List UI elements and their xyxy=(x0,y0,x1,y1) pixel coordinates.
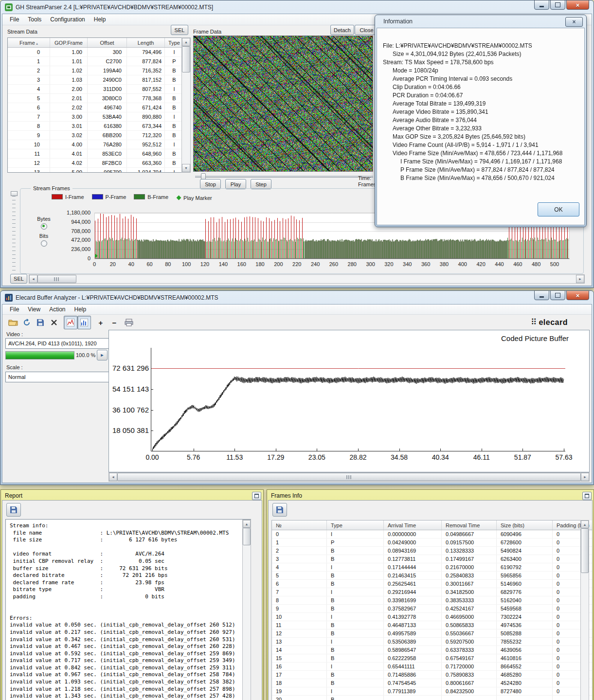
stream-data-row[interactable]: 21.02199A40716,352B xyxy=(8,66,182,75)
zoom-out-button[interactable]: − xyxy=(108,316,121,329)
frames-info-row[interactable]: 12B0.499575890.5503666750852880 xyxy=(272,629,593,638)
frames-info-row[interactable]: 2B0.089431690.1332833354908240 xyxy=(272,547,593,555)
scroll-thumb[interactable] xyxy=(243,528,251,545)
report-titlebar[interactable]: Report xyxy=(2,491,262,500)
column-header-removaltime[interactable]: Removal Time xyxy=(442,521,497,530)
stop-button[interactable]: Stop xyxy=(200,179,221,189)
stream-data-row[interactable]: 11.01C2700877,824P xyxy=(8,57,182,66)
column-header-type[interactable]: Type xyxy=(327,521,384,530)
bytes-radio[interactable] xyxy=(41,223,47,230)
streamparser-titlebar[interactable]: GH StreamParser 2.4 [L:¥PRIVATE¥AVCHD¥BD… xyxy=(2,0,592,14)
frames-info-row[interactable]: 7I0.292169440.3418250068297760 xyxy=(272,588,593,596)
frames-info-row[interactable]: 5B0.214634150.2584083359658560 xyxy=(272,572,593,580)
report-scrollbar[interactable]: ▲ ▼ xyxy=(242,520,251,700)
dialog-close-button[interactable]: × xyxy=(565,17,583,27)
minimize-button[interactable] xyxy=(534,0,549,10)
stream-data-row[interactable]: 31.032490C0817,152B xyxy=(8,75,182,85)
frames-info-row[interactable]: 6B0.256254610.3001166751469600 xyxy=(272,580,593,588)
print-button[interactable] xyxy=(122,316,136,329)
vertical-zoom-thumb[interactable] xyxy=(11,191,18,196)
frames-info-row[interactable]: 19I0.779113890.8423250087274800 xyxy=(272,687,593,696)
frames-info-row[interactable]: 13I0.535063890.5920750078552320 xyxy=(272,638,593,646)
scroll-right-button[interactable]: ► xyxy=(581,473,589,481)
frames-info-row[interactable]: 4I0.171444440.2167000061907920 xyxy=(272,563,593,572)
column-header-gopframe[interactable]: GOP.Frame xyxy=(50,38,88,48)
frames-info-row[interactable]: 15B0.622229580.6754916746108160 xyxy=(272,654,593,663)
stream-data-row[interactable]: 114.01853EC0648,960B xyxy=(8,149,182,159)
frames-info-row[interactable]: 18B0.747545450.8006166745242800 xyxy=(272,679,593,687)
frames-info-titlebar[interactable]: Frames Info xyxy=(268,491,593,500)
video-select[interactable]: AVC/H.264, PID 4113 (0x1011), 1920 ▼ xyxy=(5,338,121,349)
refresh-button[interactable] xyxy=(20,316,34,329)
frames-info-row[interactable]: 1P0.042490000.0915750067286000 xyxy=(272,538,593,547)
vertical-zoom-slider[interactable] xyxy=(12,192,16,274)
frames-info-scrollbar[interactable]: ▲ ▼ xyxy=(580,520,589,700)
frames-info-row[interactable]: 11B0.464871330.5086583349745360 xyxy=(272,621,593,629)
scroll-thumb[interactable] xyxy=(37,275,76,283)
sel-button-top[interactable]: SEL xyxy=(171,25,188,35)
menu-item-file[interactable]: File xyxy=(5,15,23,24)
scroll-thumb[interactable] xyxy=(581,528,589,573)
frames-info-row[interactable]: 17B0.714858860.7589083346852800 xyxy=(272,671,593,679)
maximize-button[interactable] xyxy=(550,0,565,10)
scroll-left-button[interactable]: ◄ xyxy=(109,473,117,481)
menu-item-tools[interactable]: Tools xyxy=(23,15,46,24)
zoom-in-button[interactable]: + xyxy=(94,316,108,329)
frames-info-row[interactable]: 14B0.589865470.6337833346390560 xyxy=(272,646,593,654)
bits-radio[interactable] xyxy=(41,240,47,247)
sel-button-bottom[interactable]: SEL xyxy=(10,274,27,284)
column-header-frame[interactable]: Frame ▴ xyxy=(8,38,50,48)
menu-item-configuration[interactable]: Configuration xyxy=(46,15,89,24)
scroll-thumb[interactable] xyxy=(117,473,581,481)
stream-data-row[interactable]: 124.028F2BC0663,360B xyxy=(8,159,182,168)
menu-item-help[interactable]: Help xyxy=(90,15,110,24)
close-button[interactable]: × xyxy=(566,290,589,300)
scroll-up-button[interactable]: ▲ xyxy=(243,520,251,528)
information-titlebar[interactable]: Information × xyxy=(377,15,585,28)
detach-button[interactable]: Detach xyxy=(330,25,354,35)
report-save-button[interactable] xyxy=(6,503,21,517)
scroll-left-button[interactable]: ◄ xyxy=(29,275,37,283)
start-analysis-button[interactable]: ► xyxy=(97,350,108,360)
frames-info-row[interactable]: 20B xyxy=(272,696,593,700)
column-header-length[interactable]: Length xyxy=(127,38,165,48)
frames-info-save-button[interactable] xyxy=(272,503,287,517)
stream-data-row[interactable]: 93.026BB200712,320B xyxy=(8,131,182,140)
frames-info-row[interactable]: 3B0.127738110.1749916762634000 xyxy=(272,555,593,563)
column-header-offset[interactable]: Offset xyxy=(88,38,127,48)
frames-info-row[interactable]: 8B0.339816990.3835333351620400 xyxy=(272,596,593,605)
close-button[interactable]: × xyxy=(566,0,589,10)
scroll-down-button[interactable]: ▼ xyxy=(182,164,190,172)
cpb-scrollbar[interactable]: ◄ ► xyxy=(108,472,590,482)
scroll-thumb[interactable] xyxy=(182,46,190,72)
frames-info-row[interactable]: 10I0.413927780.4669500073022240 xyxy=(272,613,593,621)
stream-data-row[interactable]: 62.02496740671,424B xyxy=(8,103,182,112)
column-header-sizebits[interactable]: Size (bits) xyxy=(497,521,553,530)
ok-button[interactable]: OK xyxy=(538,202,579,216)
stream-data-row[interactable]: 135.009957001,024,704I xyxy=(8,168,182,173)
frames-info-row[interactable]: 9B0.375829670.4252416754595680 xyxy=(272,605,593,613)
stream-frames-scrollbar[interactable]: ◄ ► xyxy=(29,274,585,284)
stream-data-row[interactable]: 104.0076A280952,512I xyxy=(8,140,182,149)
menu-item-view[interactable]: View xyxy=(23,305,45,314)
save-button[interactable] xyxy=(34,316,47,329)
buffer-analyzer-titlebar[interactable]: Elecard Buffer Analyzer - L:¥PRIVATE¥AVC… xyxy=(2,291,592,304)
stream-data-row[interactable]: 42.00311D00807,552I xyxy=(8,85,182,94)
frame-position-slider[interactable] xyxy=(195,176,373,178)
scroll-up-button[interactable]: ▲ xyxy=(581,521,589,528)
minimize-button[interactable] xyxy=(534,290,549,300)
menu-item-file[interactable]: File xyxy=(5,305,23,314)
maximize-button[interactable] xyxy=(550,290,565,300)
column-header-[interactable]: № xyxy=(272,521,327,530)
stream-data-row[interactable]: 01.00300794,496I xyxy=(8,48,182,57)
remove-button[interactable] xyxy=(47,316,61,329)
stream-data-row[interactable]: 52.013D80C0778,368B xyxy=(8,94,182,103)
stream-data-scrollbar[interactable]: ▲ ▼ xyxy=(181,37,191,173)
scale-select[interactable]: Normal ▼ xyxy=(5,372,121,382)
scroll-up-button[interactable]: ▲ xyxy=(182,38,190,46)
stream-data-row[interactable]: 83.01616380673,344B xyxy=(8,122,182,131)
frames-chart-button[interactable] xyxy=(77,316,91,329)
report-restore-button[interactable] xyxy=(252,492,261,500)
play-button[interactable]: Play xyxy=(225,179,246,189)
frames-info-row[interactable]: 16I0.654411110.7172000086645520 xyxy=(272,663,593,671)
